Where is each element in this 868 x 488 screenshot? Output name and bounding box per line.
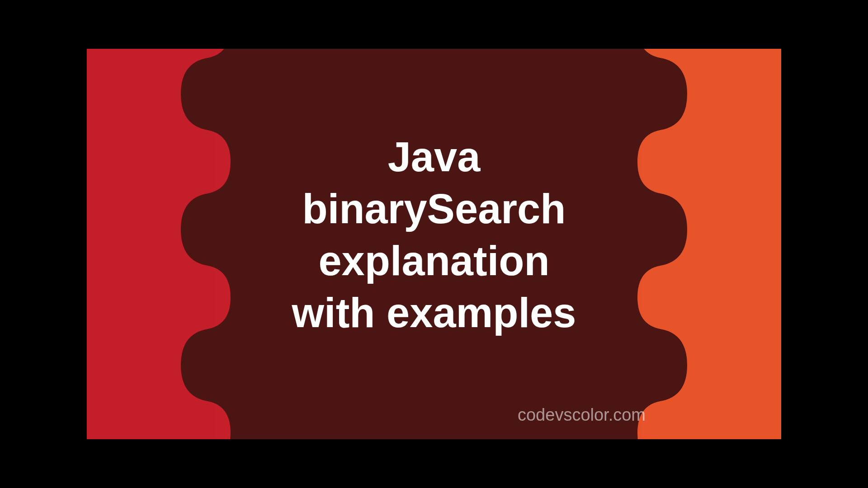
title-line-3: explanation xyxy=(318,238,549,284)
title-line-2: binarySearch xyxy=(302,186,566,232)
title-line-4: with examples xyxy=(292,290,576,336)
title-line-1: Java xyxy=(388,134,481,180)
watermark-text: codevscolor.com xyxy=(518,405,646,425)
banner-canvas: Java binarySearch explanation with examp… xyxy=(87,49,781,439)
banner-title: Java binarySearch explanation with examp… xyxy=(292,131,576,339)
content-area: Java binarySearch explanation with examp… xyxy=(87,49,781,439)
